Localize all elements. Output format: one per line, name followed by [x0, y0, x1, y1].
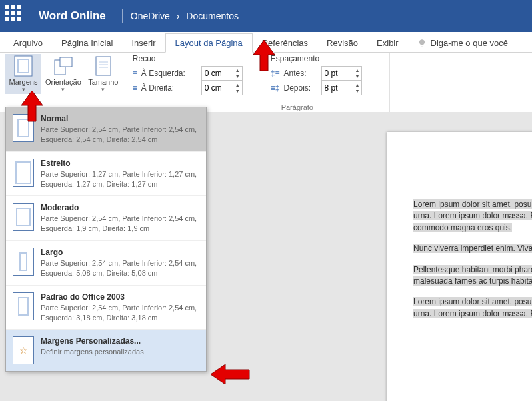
star-icon: ☆ [13, 337, 33, 364]
margins-option-title: Moderado [41, 203, 199, 212]
breadcrumb-root[interactable]: OneDrive [131, 11, 170, 21]
margins-option-title: Padrão do Office 2003 [41, 292, 199, 302]
svg-rect-4 [96, 57, 111, 75]
margins-option[interactable]: LargoParte Superior: 2,54 cm, Parte Infe… [6, 241, 206, 286]
spacing-after-icon: ≡‡ [271, 83, 280, 93]
spinner-up[interactable]: ▲ [353, 67, 362, 73]
margins-option-title: Largo [41, 248, 199, 257]
margins-option-desc: Parte Superior: 2,54 cm, Parte Inferior:… [41, 258, 199, 278]
svg-marker-7 [211, 364, 249, 384]
app-title: Word Online [39, 9, 106, 23]
margins-dropdown: NormalParte Superior: 2,54 cm, Parte Inf… [5, 107, 207, 372]
orientation-icon [53, 55, 74, 77]
margins-option-title: Estreito [41, 159, 199, 168]
annotation-arrow [19, 91, 45, 123]
spacing-after-input[interactable]: ▲▼ [321, 81, 363, 95]
annotation-arrow [211, 363, 251, 386]
doc-paragraph[interactable]: Lorem ipsum dolor sit amet, posuere, mag… [413, 199, 532, 232]
tab-inserir[interactable]: Inserir [122, 34, 165, 52]
margins-button[interactable]: Margens ▾ [5, 54, 41, 94]
size-label: Tamanho [88, 78, 118, 86]
margins-option-thumb [13, 248, 34, 276]
breadcrumb-item[interactable]: Documentos [186, 11, 239, 21]
margins-option[interactable]: Padrão do Office 2003Parte Superior: 2,5… [6, 286, 206, 330]
svg-marker-5 [253, 40, 275, 71]
spacing-before-input[interactable]: ▲▼ [321, 66, 363, 81]
indent-right-value[interactable] [202, 83, 233, 93]
indent-heading: Recuo [133, 54, 259, 63]
tell-me-search[interactable]: Diga-me o que você [408, 34, 517, 52]
spacing-before-value[interactable] [322, 69, 353, 78]
tab-pagina-inicial[interactable]: Página Inicial [52, 34, 122, 52]
app-launcher-icon[interactable] [5, 5, 27, 27]
margins-option[interactable]: ☆Margens Personalizadas...Definir margen… [6, 330, 206, 371]
chevron-down-icon: ▾ [101, 86, 105, 93]
margins-option-thumb [13, 292, 34, 320]
spacing-before-label: Antes: [284, 69, 317, 78]
spinner-down[interactable]: ▼ [353, 73, 362, 79]
spinner-down[interactable]: ▼ [233, 88, 242, 94]
spinner-up[interactable]: ▲ [233, 67, 242, 73]
divider [122, 9, 123, 23]
spinner-up[interactable]: ▲ [233, 82, 242, 88]
margins-option-desc: Parte Superior: 2,54 cm, Parte Inferior:… [41, 303, 199, 323]
margins-option-title: Margens Personalizadas... [41, 336, 199, 346]
doc-paragraph[interactable]: Nunc viverra imperdiet enim. Vivamus a t… [413, 244, 532, 253]
svg-marker-6 [21, 91, 43, 121]
indent-right-input[interactable]: ▲▼ [201, 81, 243, 95]
indent-left-value[interactable] [202, 69, 233, 78]
spinner-up[interactable]: ▲ [353, 82, 362, 88]
margins-option[interactable]: ModeradoParte Superior: 2,54 cm, Parte I… [6, 196, 206, 241]
spinner-down[interactable]: ▼ [233, 73, 242, 79]
tab-revisao[interactable]: Revisão [317, 34, 367, 52]
margins-option-thumb [13, 203, 34, 231]
margins-icon [13, 55, 34, 77]
margins-option-desc: Parte Superior: 2,54 cm, Parte Inferior:… [41, 214, 199, 234]
spacing-after-label: Depois: [284, 83, 317, 93]
spacing-heading: Espaçamento [271, 54, 384, 63]
annotation-arrow [251, 40, 277, 72]
breadcrumb[interactable]: OneDrive › Documentos [131, 11, 239, 21]
title-bar: Word Online OneDrive › Documentos [0, 0, 532, 32]
tell-me-placeholder: Diga-me o que você [431, 38, 508, 48]
indent-left-label: À Esquerda: [141, 69, 197, 78]
margins-option-desc: Definir margens personalizadas [41, 347, 199, 357]
size-button[interactable]: Tamanho ▾ [85, 54, 121, 94]
doc-paragraph[interactable]: Lorem ipsum dolor sit amet, posuere, mag… [413, 297, 532, 318]
chevron-down-icon: ▾ [61, 86, 65, 93]
indent-right-icon: ≡ [133, 83, 137, 93]
group-spacing: Espaçamento ‡≡ Antes: ▲▼ ≡‡ Depois: ▲▼ P… [265, 53, 390, 113]
tab-layout-da-pagina[interactable]: Layout da Página [165, 33, 253, 53]
margins-option-thumb [13, 159, 34, 187]
lightbulb-icon [417, 39, 427, 48]
margins-option-thumb: ☆ [13, 336, 34, 364]
size-icon [93, 55, 114, 77]
doc-paragraph[interactable]: Pellentesque habitant morbi pharetra non… [413, 265, 532, 286]
orientation-label: Orientação [45, 78, 81, 86]
spinner-down[interactable]: ▼ [353, 88, 362, 94]
margins-label: Margens [9, 78, 38, 86]
document-page[interactable]: Lorem ipsum dolor sit amet, posuere, mag… [387, 132, 532, 401]
svg-rect-3 [60, 57, 72, 67]
margins-option-title: Normal [41, 114, 199, 123]
tab-exibir[interactable]: Exibir [367, 34, 408, 52]
tab-arquivo[interactable]: Arquivo [4, 34, 52, 52]
margins-option-desc: Parte Superior: 2,54 cm, Parte Inferior:… [41, 125, 199, 145]
margins-option[interactable]: EstreitoParte Superior: 1,27 cm, Parte I… [6, 152, 206, 197]
margins-option-desc: Parte Superior: 1,27 cm, Parte Inferior:… [41, 169, 199, 189]
orientation-button[interactable]: Orientação ▾ [43, 54, 84, 94]
breadcrumb-separator: › [177, 11, 180, 21]
indent-left-icon: ≡ [133, 69, 137, 78]
indent-right-label: À Direita: [141, 83, 197, 93]
indent-left-input[interactable]: ▲▼ [201, 66, 243, 81]
spacing-after-value[interactable] [322, 83, 353, 93]
